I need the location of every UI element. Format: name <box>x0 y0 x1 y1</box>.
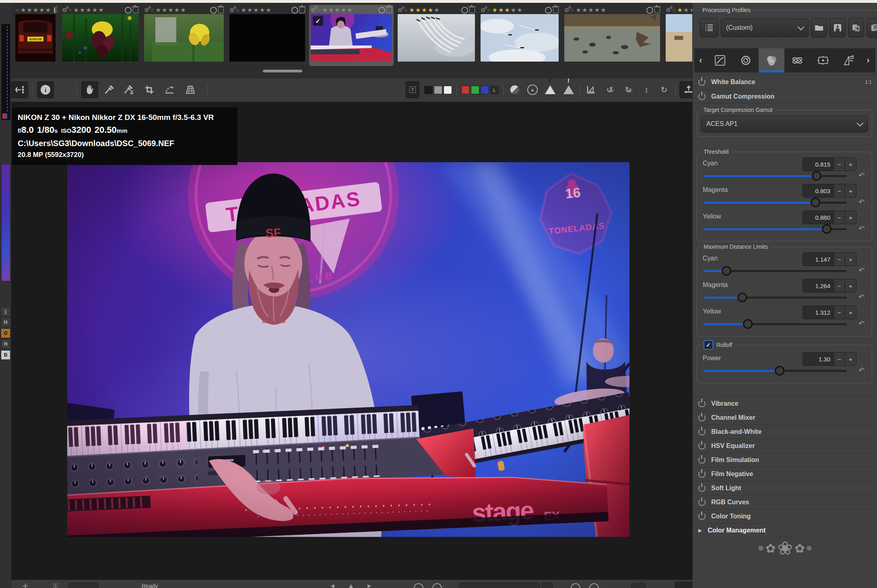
thumbnail-car[interactable]: ☆ ★★★★★ AV54LFB <box>14 5 57 66</box>
save-profile-button[interactable] <box>830 18 846 37</box>
reset-icon[interactable]: ↶ <box>858 293 865 301</box>
star-icon[interactable]: ★ <box>260 6 265 13</box>
channel-green-button[interactable] <box>471 86 479 94</box>
rail-tab[interactable]: B <box>1 350 10 360</box>
channel-luma-button[interactable]: L <box>490 86 499 94</box>
unrate-star-icon[interactable]: ☆ <box>15 8 19 13</box>
paste-profile-button[interactable] <box>867 18 877 37</box>
thumb-image-street[interactable] <box>666 14 692 62</box>
star-icon[interactable]: ★ <box>322 6 327 13</box>
star-icon[interactable]: ★ <box>582 6 587 13</box>
filmstrip-scrollbar[interactable] <box>263 70 302 72</box>
histogram-overlay-icon[interactable] <box>583 81 600 98</box>
target-gamut-dropdown[interactable]: ACES AP1 <box>701 116 868 132</box>
increment-button[interactable]: + <box>845 279 856 292</box>
power-icon[interactable] <box>698 93 706 100</box>
section-hsv-equalizer[interactable]: HSV Equalizer <box>693 439 877 453</box>
crop-tool-button[interactable] <box>141 81 158 98</box>
star-icon[interactable]: ★ <box>39 6 44 13</box>
star-icon[interactable]: ★ <box>328 6 334 13</box>
increment-button[interactable]: + <box>845 184 856 197</box>
section-channel-mixer[interactable]: Channel Mixer <box>693 411 877 425</box>
perspective-tool-button[interactable] <box>182 81 199 98</box>
slider-track[interactable] <box>704 370 847 372</box>
trash-icon[interactable] <box>654 8 660 13</box>
thumbnail-iris[interactable]: ⚙⚙ ☆ ★★★★★ <box>60 5 140 66</box>
slider-thumb[interactable] <box>812 171 821 181</box>
star-icon[interactable]: ★ <box>677 6 682 13</box>
trash-icon[interactable] <box>133 8 138 13</box>
star-icon[interactable]: ★ <box>80 6 85 13</box>
trash-icon[interactable] <box>299 8 305 13</box>
star-icon[interactable]: ★ <box>73 6 78 13</box>
section-vibrance[interactable]: Vibrance <box>693 396 877 411</box>
rating-stars[interactable]: ★★★★★ <box>677 6 692 14</box>
star-icon[interactable]: ★ <box>162 6 167 13</box>
decrement-button[interactable]: − <box>834 158 845 171</box>
power-icon[interactable] <box>698 499 706 506</box>
star-icon[interactable]: ★ <box>174 6 180 13</box>
star-icon[interactable]: ★ <box>247 6 252 13</box>
shadow-clip-warning-icon[interactable]: ! <box>560 81 577 98</box>
decrement-button[interactable]: − <box>834 184 845 197</box>
nav-up-icon[interactable]: ▲ <box>348 582 354 588</box>
decrement-button[interactable]: − <box>834 253 845 266</box>
decrement-button[interactable]: − <box>834 279 845 292</box>
star-icon[interactable]: ★ <box>689 6 692 13</box>
color-label-icon[interactable] <box>125 7 132 14</box>
value-box[interactable]: 1.30 − + <box>803 352 856 366</box>
rating-stars[interactable]: ★★★★★ <box>322 6 353 14</box>
star-icon[interactable]: ★ <box>334 6 340 13</box>
value-box[interactable]: 0.880 − + <box>803 210 856 224</box>
bg-white-button[interactable] <box>444 86 452 94</box>
rolloff-checkbox[interactable]: ✓ <box>704 340 713 350</box>
section-gamut-compression[interactable]: Gamut Compression <box>693 89 877 103</box>
star-icon[interactable]: ★ <box>434 6 439 13</box>
star-icon[interactable]: ★ <box>492 6 497 13</box>
profile-dropdown[interactable]: (Custom) <box>721 19 809 37</box>
info-overlay-button[interactable]: i <box>37 81 54 98</box>
slider-thumb[interactable] <box>811 198 820 207</box>
rating-stars[interactable]: ★★★★★ <box>155 6 186 14</box>
section-white-balance[interactable]: White Balance 1:1 <box>693 75 877 89</box>
star-icon[interactable]: ★ <box>415 6 421 13</box>
reset-icon[interactable]: ↶ <box>858 198 865 206</box>
star-icon[interactable]: ★ <box>511 6 516 13</box>
section-soft-light[interactable]: Soft Light <box>693 481 877 495</box>
rotate-right-90-button[interactable]: ↻90° <box>620 81 637 98</box>
tab-detail[interactable] <box>733 48 759 72</box>
star-icon[interactable]: ★ <box>517 6 522 13</box>
star-icon[interactable]: ★ <box>27 6 32 13</box>
thumbnail-airshow-formation[interactable]: ⚙⚙ ☆ ★★★★★ <box>479 5 560 66</box>
trash-icon[interactable] <box>469 8 475 13</box>
star-icon[interactable]: ★ <box>600 6 606 13</box>
star-icon[interactable]: ★ <box>409 6 414 13</box>
zoom-100-icon[interactable] <box>589 583 599 588</box>
section-film-simulation[interactable]: Film Simulation <box>693 453 877 467</box>
tab-color-selected[interactable] <box>759 48 784 72</box>
slider-track[interactable] <box>704 323 847 325</box>
star-icon[interactable]: ★ <box>504 6 510 13</box>
bg-black-button[interactable] <box>424 86 433 94</box>
star-icon[interactable]: ★ <box>683 6 689 13</box>
channel-red-button[interactable] <box>461 86 470 94</box>
reset-icon[interactable]: ↶ <box>858 224 865 233</box>
slider-track[interactable] <box>704 175 847 177</box>
power-icon[interactable] <box>698 456 706 464</box>
thumb-image-car[interactable]: AV54LFB <box>15 14 56 62</box>
thumbnail-black-frame[interactable]: ⚙⚙ ☆ ★★★★★ <box>228 5 307 66</box>
star-icon[interactable]: ★ <box>155 6 161 13</box>
trash-icon[interactable] <box>553 8 559 13</box>
star-icon[interactable]: ★ <box>180 6 186 13</box>
zoom-out-icon[interactable] <box>414 583 423 588</box>
section-color-management[interactable]: ▶ Color Management <box>693 523 877 537</box>
reset-icon[interactable]: ↶ <box>858 319 865 328</box>
slider-thumb[interactable] <box>743 319 753 329</box>
highlight-clip-warning-icon[interactable]: ! <box>542 81 559 98</box>
section-black-and-white[interactable]: Black-and-White <box>693 425 877 439</box>
thumb-image-geese[interactable] <box>564 14 660 62</box>
flip-horizontal-button[interactable]: ↻ <box>656 81 673 98</box>
jump-to-input[interactable] <box>459 583 540 588</box>
color-picker-button[interactable] <box>121 81 138 98</box>
slider-track[interactable] <box>704 202 847 204</box>
